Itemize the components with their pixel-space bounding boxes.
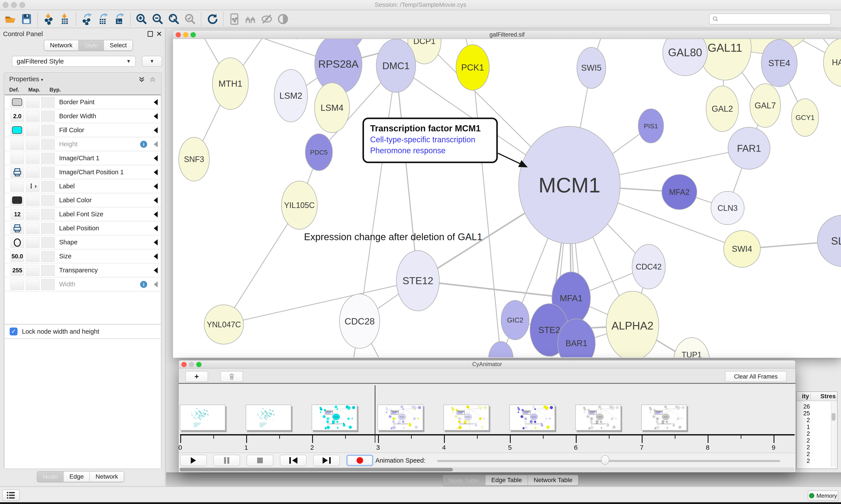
lock-checkbox[interactable]: ✓ <box>10 327 18 336</box>
bypass-cell[interactable] <box>41 251 55 262</box>
mapping-cell[interactable] <box>26 279 39 290</box>
network-node-LSM2[interactable]: LSM2 <box>274 69 307 122</box>
expand-all-icon[interactable] <box>138 76 145 83</box>
annotation-box[interactable]: Transcription factor MCM1 Cell-type-spec… <box>362 118 498 163</box>
frame-thumbnail-5[interactable]: MCM1 <box>444 404 489 430</box>
tab-edge-table[interactable]: Edge Table <box>486 475 528 485</box>
network-node-PIS1[interactable]: PIS1 <box>638 109 664 143</box>
tab-style[interactable]: Style <box>78 40 104 50</box>
search-input[interactable] <box>719 16 830 22</box>
network-node-DMC1[interactable]: DMC1 <box>376 39 416 92</box>
zoom-out-button[interactable] <box>149 12 166 27</box>
scrollbar-thumb[interactable] <box>831 413 836 421</box>
clear-all-frames-button[interactable]: Clear All Frames <box>725 371 787 382</box>
mapping-cell[interactable] <box>26 209 39 220</box>
default-swatch[interactable] <box>12 98 22 106</box>
property-row-fill-color[interactable]: Fill Color <box>5 123 161 137</box>
network-node-SWI5[interactable]: SWI5 <box>577 47 606 88</box>
mapping-cell[interactable] <box>26 167 39 178</box>
frame-thumbnail-1[interactable] <box>180 404 225 430</box>
save-session-button[interactable] <box>18 12 35 27</box>
zoom-fit-button[interactable] <box>166 12 182 27</box>
network-canvas[interactable]: GAL11GAL80STE4HAP2DCP1RPS28ADMC1PCK1SWI5… <box>173 39 841 357</box>
stop-button[interactable] <box>247 455 273 466</box>
default-value[interactable]: 255 <box>11 265 24 276</box>
mapping-cell[interactable] <box>26 223 39 234</box>
discrete-mapping-icon[interactable]: ⋮› <box>26 181 39 191</box>
mapping-cell[interactable] <box>26 139 39 150</box>
table-cell-value[interactable]: 2 <box>797 451 810 457</box>
tab-network-style[interactable]: Network <box>90 472 124 482</box>
mapping-cell[interactable] <box>26 125 39 136</box>
frame-thumbnail-3[interactable]: MCM1 <box>312 404 357 430</box>
open-session-button[interactable] <box>2 12 18 27</box>
network-node-MTH1[interactable]: MTH1 <box>212 58 248 109</box>
default-cell[interactable] <box>11 167 24 178</box>
default-value[interactable]: 50.0 <box>11 251 24 262</box>
network-node-SLT2[interactable]: SLT2 <box>817 215 841 267</box>
default-cell[interactable] <box>11 237 24 248</box>
expand-row-icon[interactable] <box>154 169 158 175</box>
show-graphics-button[interactable] <box>275 12 291 27</box>
zoom-in-button[interactable] <box>133 12 149 27</box>
frame-thumbnail-8[interactable]: MCM1 <box>641 404 687 430</box>
network-node-FAR1[interactable]: FAR1 <box>728 127 770 169</box>
default-cell[interactable] <box>11 153 24 164</box>
column-header-stress[interactable]: Stres <box>820 392 836 401</box>
default-value[interactable]: 12 <box>11 209 24 220</box>
export-image-button[interactable] <box>111 12 127 27</box>
frames-timeline[interactable]: 0123456789 MCM1MCM1MCM1MCM1MCM1MCM1 Seco… <box>179 385 795 453</box>
export-table-button[interactable] <box>95 12 111 27</box>
play-button[interactable] <box>180 455 207 466</box>
search-field[interactable] <box>709 14 831 24</box>
expand-row-icon[interactable] <box>154 155 158 161</box>
bypass-cell[interactable] <box>41 125 55 136</box>
bypass-cell[interactable] <box>41 223 55 234</box>
style-dropdown[interactable]: galFiltered Style ▼ <box>12 56 136 67</box>
default-cell[interactable]: 12 <box>11 209 24 220</box>
expand-row-icon[interactable] <box>154 239 158 246</box>
network-node-PDC5[interactable]: PDC5 <box>305 134 333 170</box>
table-cell-value[interactable]: 26 <box>797 403 810 410</box>
expand-row-icon[interactable] <box>154 99 158 105</box>
mapping-cell[interactable] <box>26 111 39 122</box>
position-icon[interactable] <box>11 167 24 177</box>
annotation-link-1[interactable]: Cell-type-specific transcription <box>370 135 494 144</box>
network-node-ALPHA2[interactable]: ALPHA2 <box>606 291 659 357</box>
network-node-SNF3[interactable]: SNF3 <box>179 137 209 181</box>
property-row-image-chart-position-1[interactable]: Image/Chart Position 1 <box>5 165 161 179</box>
network-node-GAL7[interactable]: GAL7 <box>750 84 781 127</box>
bypass-cell[interactable] <box>41 153 55 164</box>
property-row-height[interactable]: Heighti <box>5 137 161 151</box>
default-cell[interactable] <box>11 97 24 108</box>
minimize-window-icon[interactable] <box>189 362 194 367</box>
collapse-all-icon[interactable] <box>149 76 156 83</box>
add-frame-button[interactable]: + <box>185 371 208 382</box>
import-table-button[interactable] <box>57 12 73 27</box>
table-cell-value[interactable]: 2 <box>797 437 810 444</box>
property-row-label[interactable]: ⋮›Label <box>5 179 161 193</box>
property-row-label-font-size[interactable]: 12Label Font Size <box>5 207 161 221</box>
expand-row-icon[interactable] <box>154 281 158 287</box>
task-history-button[interactable] <box>2 489 20 501</box>
expand-row-icon[interactable] <box>154 141 158 147</box>
expand-row-icon[interactable] <box>154 183 158 190</box>
info-icon[interactable]: i <box>140 141 147 148</box>
network-node-CLN3[interactable]: CLN3 <box>711 191 744 224</box>
expand-row-icon[interactable] <box>154 197 158 203</box>
expand-row-icon[interactable] <box>154 211 158 217</box>
default-cell[interactable] <box>11 279 24 290</box>
network-caption[interactable]: Expression change after deletion of GAL1 <box>304 231 482 242</box>
info-icon[interactable]: i <box>140 281 147 288</box>
table-cell-value[interactable]: 25 <box>797 410 810 417</box>
property-row-shape[interactable]: Shape <box>5 235 161 249</box>
bypass-cell[interactable] <box>41 181 55 192</box>
network-node-GCY1[interactable]: GCY1 <box>791 99 819 137</box>
zoom-selected-button[interactable] <box>182 12 198 27</box>
network-node-CDC28[interactable]: CDC28 <box>339 294 380 348</box>
delete-frame-button[interactable] <box>220 371 243 382</box>
mapping-cell[interactable] <box>26 195 39 206</box>
hscrollbar-thumb[interactable] <box>180 468 453 471</box>
default-cell[interactable]: 50.0 <box>11 251 24 262</box>
cyanimator-titlebar[interactable]: CyAnimator <box>179 360 795 368</box>
